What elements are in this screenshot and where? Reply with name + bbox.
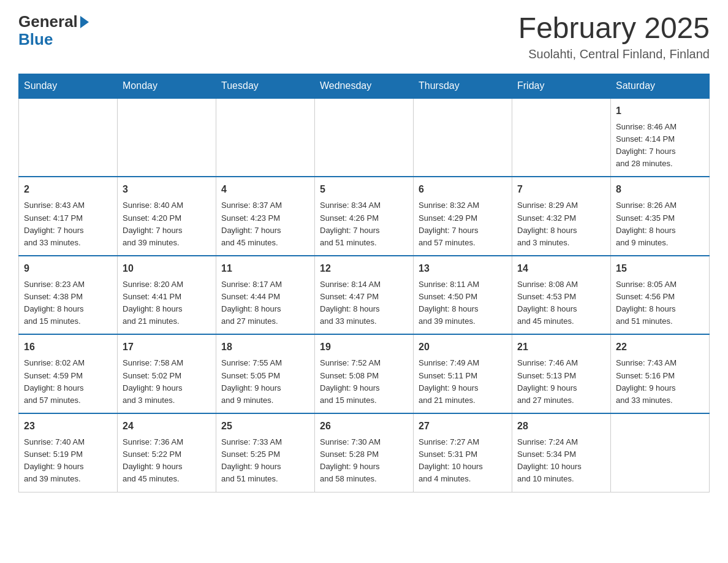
calendar-cell: 17Sunrise: 7:58 AMSunset: 5:02 PMDayligh… [118, 334, 216, 413]
day-info: Sunrise: 8:17 AMSunset: 4:44 PMDaylight:… [221, 280, 282, 326]
day-number: 16 [24, 340, 112, 354]
calendar-cell: 24Sunrise: 7:36 AMSunset: 5:22 PMDayligh… [118, 413, 216, 492]
weekday-header-wednesday: Wednesday [315, 74, 414, 98]
day-info: Sunrise: 7:33 AMSunset: 5:25 PMDaylight:… [221, 437, 282, 483]
weekday-header-friday: Friday [512, 74, 611, 98]
day-number: 3 [123, 182, 211, 197]
calendar-week-5: 23Sunrise: 7:40 AMSunset: 5:19 PMDayligh… [19, 413, 710, 492]
title-block: February 2025 Suolahti, Central Finland,… [518, 12, 710, 61]
day-info: Sunrise: 7:30 AMSunset: 5:28 PMDaylight:… [320, 437, 381, 483]
day-info: Sunrise: 7:52 AMSunset: 5:08 PMDaylight:… [320, 358, 381, 404]
calendar-cell: 2Sunrise: 8:43 AMSunset: 4:17 PMDaylight… [19, 177, 118, 256]
day-number: 11 [221, 261, 309, 276]
day-number: 21 [517, 340, 605, 354]
day-number: 6 [419, 182, 507, 197]
calendar-cell: 16Sunrise: 8:02 AMSunset: 4:59 PMDayligh… [19, 334, 118, 413]
day-info: Sunrise: 8:34 AMSunset: 4:26 PMDaylight:… [320, 201, 381, 247]
calendar-table: SundayMondayTuesdayWednesdayThursdayFrid… [18, 74, 710, 492]
page-header: General Blue February 2025 Suolahti, Cen… [18, 12, 710, 61]
calendar-cell: 11Sunrise: 8:17 AMSunset: 4:44 PMDayligh… [216, 256, 315, 335]
day-info: Sunrise: 7:36 AMSunset: 5:22 PMDaylight:… [123, 437, 183, 483]
month-title: February 2025 [518, 12, 710, 45]
weekday-header-saturday: Saturday [611, 74, 710, 98]
day-info: Sunrise: 8:43 AMSunset: 4:17 PMDaylight:… [24, 201, 85, 247]
day-number: 10 [123, 261, 211, 276]
calendar-cell: 9Sunrise: 8:23 AMSunset: 4:38 PMDaylight… [19, 256, 118, 335]
day-info: Sunrise: 8:32 AMSunset: 4:29 PMDaylight:… [419, 201, 479, 247]
calendar-cell [512, 98, 611, 177]
calendar-cell: 22Sunrise: 7:43 AMSunset: 5:16 PMDayligh… [611, 334, 710, 413]
location-title: Suolahti, Central Finland, Finland [518, 47, 710, 61]
calendar-cell: 4Sunrise: 8:37 AMSunset: 4:23 PMDaylight… [216, 177, 315, 256]
calendar-cell [414, 98, 512, 177]
day-number: 24 [123, 419, 211, 434]
day-info: Sunrise: 7:49 AMSunset: 5:11 PMDaylight:… [419, 358, 479, 404]
logo-general: General [18, 12, 78, 31]
calendar-cell [19, 98, 118, 177]
calendar-cell: 13Sunrise: 8:11 AMSunset: 4:50 PMDayligh… [414, 256, 512, 335]
day-number: 20 [419, 340, 507, 354]
day-number: 8 [616, 182, 704, 197]
calendar-cell [315, 98, 414, 177]
day-info: Sunrise: 7:27 AMSunset: 5:31 PMDaylight:… [419, 437, 483, 483]
calendar-cell: 23Sunrise: 7:40 AMSunset: 5:19 PMDayligh… [19, 413, 118, 492]
calendar-cell: 28Sunrise: 7:24 AMSunset: 5:34 PMDayligh… [512, 413, 611, 492]
day-info: Sunrise: 8:08 AMSunset: 4:53 PMDaylight:… [517, 280, 578, 326]
day-info: Sunrise: 8:29 AMSunset: 4:32 PMDaylight:… [517, 201, 578, 247]
calendar-cell: 20Sunrise: 7:49 AMSunset: 5:11 PMDayligh… [414, 334, 512, 413]
day-info: Sunrise: 8:05 AMSunset: 4:56 PMDaylight:… [616, 280, 677, 326]
day-number: 22 [616, 340, 704, 354]
calendar-cell: 19Sunrise: 7:52 AMSunset: 5:08 PMDayligh… [315, 334, 414, 413]
calendar-cell: 21Sunrise: 7:46 AMSunset: 5:13 PMDayligh… [512, 334, 611, 413]
day-number: 26 [320, 419, 408, 434]
calendar-week-3: 9Sunrise: 8:23 AMSunset: 4:38 PMDaylight… [19, 256, 710, 335]
weekday-header-sunday: Sunday [19, 74, 118, 98]
day-number: 4 [221, 182, 309, 197]
calendar-cell [611, 413, 710, 492]
calendar-week-1: 1Sunrise: 8:46 AMSunset: 4:14 PMDaylight… [19, 98, 710, 177]
day-info: Sunrise: 8:11 AMSunset: 4:50 PMDaylight:… [419, 280, 479, 326]
weekday-header-monday: Monday [118, 74, 216, 98]
calendar-cell: 14Sunrise: 8:08 AMSunset: 4:53 PMDayligh… [512, 256, 611, 335]
day-info: Sunrise: 7:55 AMSunset: 5:05 PMDaylight:… [221, 358, 282, 404]
day-number: 14 [517, 261, 605, 276]
day-number: 17 [123, 340, 211, 354]
day-info: Sunrise: 8:46 AMSunset: 4:14 PMDaylight:… [616, 122, 677, 168]
calendar-cell [216, 98, 315, 177]
day-number: 23 [24, 419, 112, 434]
day-number: 15 [616, 261, 704, 276]
calendar-cell: 3Sunrise: 8:40 AMSunset: 4:20 PMDaylight… [118, 177, 216, 256]
day-info: Sunrise: 8:37 AMSunset: 4:23 PMDaylight:… [221, 201, 282, 247]
calendar-cell: 7Sunrise: 8:29 AMSunset: 4:32 PMDaylight… [512, 177, 611, 256]
day-info: Sunrise: 8:02 AMSunset: 4:59 PMDaylight:… [24, 358, 85, 404]
logo-blue: Blue [18, 30, 89, 49]
day-number: 7 [517, 182, 605, 197]
day-info: Sunrise: 7:43 AMSunset: 5:16 PMDaylight:… [616, 358, 677, 404]
calendar-cell: 6Sunrise: 8:32 AMSunset: 4:29 PMDaylight… [414, 177, 512, 256]
day-info: Sunrise: 8:40 AMSunset: 4:20 PMDaylight:… [123, 201, 183, 247]
day-info: Sunrise: 8:20 AMSunset: 4:41 PMDaylight:… [123, 280, 183, 326]
day-number: 19 [320, 340, 408, 354]
day-number: 1 [616, 104, 704, 118]
weekday-header-thursday: Thursday [414, 74, 512, 98]
day-info: Sunrise: 7:40 AMSunset: 5:19 PMDaylight:… [24, 437, 85, 483]
calendar-week-4: 16Sunrise: 8:02 AMSunset: 4:59 PMDayligh… [19, 334, 710, 413]
day-number: 13 [419, 261, 507, 276]
day-number: 28 [517, 419, 605, 434]
day-number: 18 [221, 340, 309, 354]
calendar-cell [118, 98, 216, 177]
day-number: 27 [419, 419, 507, 434]
day-number: 2 [24, 182, 112, 197]
day-info: Sunrise: 7:24 AMSunset: 5:34 PMDaylight:… [517, 437, 582, 483]
calendar-cell: 18Sunrise: 7:55 AMSunset: 5:05 PMDayligh… [216, 334, 315, 413]
day-info: Sunrise: 8:26 AMSunset: 4:35 PMDaylight:… [616, 201, 677, 247]
calendar-cell: 12Sunrise: 8:14 AMSunset: 4:47 PMDayligh… [315, 256, 414, 335]
calendar-cell: 8Sunrise: 8:26 AMSunset: 4:35 PMDaylight… [611, 177, 710, 256]
day-number: 25 [221, 419, 309, 434]
weekday-header-row: SundayMondayTuesdayWednesdayThursdayFrid… [19, 74, 710, 98]
calendar-week-2: 2Sunrise: 8:43 AMSunset: 4:17 PMDaylight… [19, 177, 710, 256]
calendar-cell: 26Sunrise: 7:30 AMSunset: 5:28 PMDayligh… [315, 413, 414, 492]
day-number: 9 [24, 261, 112, 276]
day-number: 5 [320, 182, 408, 197]
logo: General Blue [18, 12, 89, 49]
